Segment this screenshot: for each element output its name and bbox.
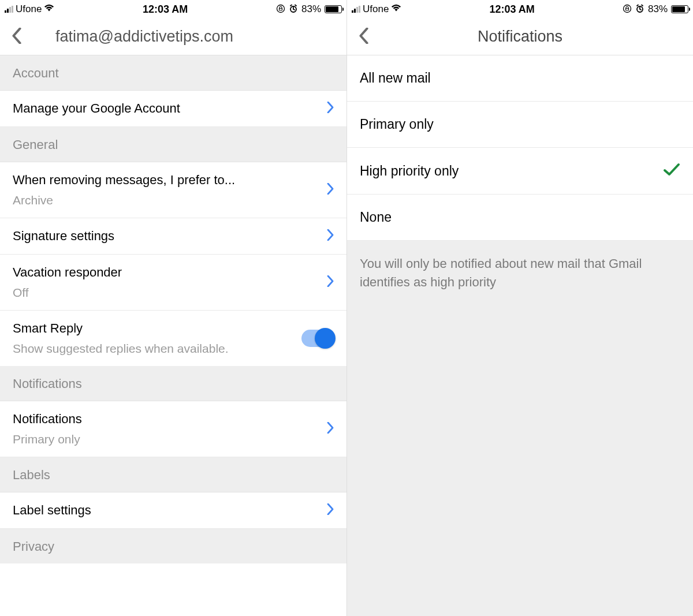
carrier-label: Ufone: [16, 3, 42, 15]
section-header-privacy: Privacy: [0, 529, 346, 563]
section-header-account: Account: [0, 55, 346, 91]
orientation-lock-icon: [623, 4, 632, 15]
time-label: 12:03 AM: [143, 3, 188, 16]
signal-icon: [352, 6, 360, 13]
row-label: Vacation responder: [13, 265, 327, 280]
smart-reply-row: Smart Reply Show suggested replies when …: [0, 311, 346, 366]
status-bar: Ufone 12:03 AM 83%: [0, 0, 346, 18]
chevron-right-icon: [327, 183, 334, 197]
nav-header: Notifications: [347, 18, 693, 55]
wifi-icon: [44, 3, 54, 15]
chevron-right-icon: [327, 422, 334, 436]
label-settings-row[interactable]: Label settings: [0, 492, 346, 529]
row-label: When removing messages, I prefer to...: [13, 173, 327, 188]
option-label: Primary only: [360, 117, 434, 132]
page-title: Notifications: [359, 28, 681, 46]
row-value: Off: [13, 286, 327, 300]
option-label: All new mail: [360, 70, 431, 86]
carrier-label: Ufone: [363, 3, 389, 15]
battery-percent-label: 83%: [301, 3, 321, 15]
settings-screen: Ufone 12:03 AM 83% fatima@addictivetips.…: [0, 0, 346, 616]
option-primary-only[interactable]: Primary only: [347, 102, 693, 148]
alarm-icon: [635, 4, 644, 15]
row-label: Manage your Google Account: [13, 101, 327, 116]
status-bar: Ufone 12:03 AM 83%: [347, 0, 693, 18]
battery-icon: [671, 5, 688, 13]
row-sub-label: Show suggested replies when available.: [13, 342, 301, 356]
nav-header: fatima@addictivetips.com: [0, 18, 346, 55]
wifi-icon: [391, 3, 401, 15]
option-label: None: [360, 210, 392, 225]
footer-description: You will only be notified about new mail…: [347, 241, 693, 616]
row-value: Primary only: [13, 432, 327, 446]
chevron-right-icon: [327, 275, 334, 289]
row-label: Smart Reply: [13, 321, 301, 336]
option-label: High priority only: [360, 163, 459, 179]
section-header-labels: Labels: [0, 457, 346, 492]
smart-reply-toggle[interactable]: [301, 330, 334, 347]
notifications-row[interactable]: Notifications Primary only: [0, 401, 346, 457]
back-button[interactable]: [12, 28, 32, 46]
page-title: fatima@addictivetips.com: [32, 28, 335, 46]
row-label: Notifications: [13, 412, 327, 427]
row-label: Label settings: [13, 503, 327, 518]
chevron-right-icon: [327, 102, 334, 115]
orientation-lock-icon: [276, 4, 285, 15]
chevron-right-icon: [327, 229, 334, 243]
battery-percent-label: 83%: [648, 3, 668, 15]
checkmark-icon: [663, 163, 680, 179]
section-header-general: General: [0, 127, 346, 162]
vacation-responder-row[interactable]: Vacation responder Off: [0, 255, 346, 311]
notifications-screen: Ufone 12:03 AM 83% Notifications All new…: [346, 0, 693, 616]
row-value: Archive: [13, 193, 327, 207]
manage-google-account-row[interactable]: Manage your Google Account: [0, 91, 346, 127]
time-label: 12:03 AM: [489, 3, 534, 16]
removing-messages-row[interactable]: When removing messages, I prefer to... A…: [0, 162, 346, 218]
section-header-notifications: Notifications: [0, 366, 346, 401]
option-none[interactable]: None: [347, 195, 693, 241]
chevron-right-icon: [327, 503, 334, 517]
signal-icon: [5, 6, 13, 13]
battery-icon: [325, 5, 342, 13]
option-all-new-mail[interactable]: All new mail: [347, 55, 693, 102]
option-high-priority-only[interactable]: High priority only: [347, 148, 693, 195]
signature-settings-row[interactable]: Signature settings: [0, 218, 346, 255]
row-label: Signature settings: [13, 229, 327, 244]
alarm-icon: [289, 4, 298, 15]
